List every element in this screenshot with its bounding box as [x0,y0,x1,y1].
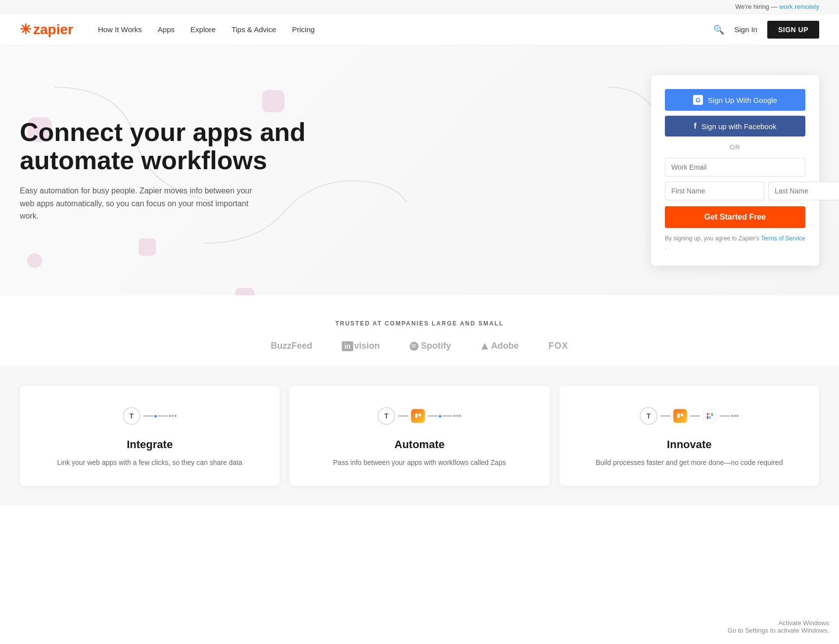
fox-logo: FOX [549,341,568,351]
feature-automate: T ••• Automate Pass info between your ap… [289,386,549,486]
google-signup-button[interactable]: G Sign Up With Google [665,89,805,111]
deco-shape-3 [139,238,156,256]
trigger-icon-1: T [123,407,140,425]
automate-diagram: T ••• [303,404,535,428]
svg-rect-1 [415,414,418,417]
first-name-input[interactable] [665,182,764,200]
features-section: T ••• Integrate Link your web apps with … [0,366,839,506]
nav-tips[interactable]: Tips & Advice [232,25,276,34]
logo-asterisk: ✳ [20,21,31,38]
svg-rect-4 [681,414,683,416]
svg-rect-2 [419,414,421,416]
feature-integrate: T ••• Integrate Link your web apps with … [20,386,280,486]
svg-point-0 [410,342,419,351]
trigger-icon-3: T [640,407,657,425]
feature-title-automate: Automate [303,438,535,451]
terms-link[interactable]: Terms of Service [761,235,805,242]
trigger-icon-2: T [377,407,395,425]
name-row [665,182,805,200]
integrate-diagram: T ••• [34,404,266,428]
nav-apps[interactable]: Apps [158,25,175,34]
innovate-diagram: T ••• [573,404,805,428]
hero-title: Connect your apps and automate workflows [20,118,317,175]
facebook-signup-label: Sign up with Facebook [701,122,777,131]
nav-how-it-works[interactable]: How It Works [98,25,142,34]
feature-desc-integrate: Link your web apps with a few clicks, so… [34,457,266,468]
email-input[interactable] [665,158,805,177]
adobe-logo: Adobe [481,341,519,351]
company-logos: BuzzFeed invision Spotify Adobe FOX [20,341,819,351]
get-started-button[interactable]: Get Started Free [665,206,805,228]
navbar: ✳ zapier How It Works Apps Explore Tips … [0,14,839,46]
trusted-label: TRUSTED AT COMPANIES LARGE AND SMALL [20,320,819,327]
deco-shape-5 [262,90,284,112]
hero-section: Connect your apps and automate workflows… [0,46,839,295]
signup-button[interactable]: SIGN UP [767,21,819,39]
last-name-input[interactable] [768,182,839,200]
trello-icon [411,409,425,423]
nav-pricing[interactable]: Pricing [292,25,315,34]
hiring-link[interactable]: work remotely [779,3,819,10]
hero-content: Connect your apps and automate workflows… [20,118,317,223]
feature-title-integrate: Integrate [34,438,266,451]
feature-desc-automate: Pass info between your apps with workflo… [303,457,535,468]
slack-icon [703,409,717,423]
search-button[interactable]: 🔍 [713,24,724,35]
deco-shape-2 [27,253,42,268]
feature-desc-innovate: Build processes faster and get more done… [573,457,805,468]
svg-rect-9 [709,416,710,419]
invision-logo: invision [342,341,379,351]
hero-subtitle: Easy automation for busy people. Zapier … [20,184,257,223]
signup-card: G Sign Up With Google f Sign up with Fac… [651,75,819,266]
svg-rect-7 [711,413,713,416]
nav-right: 🔍 Sign In SIGN UP [713,21,819,39]
feature-title-innovate: Innovate [573,438,805,451]
svg-rect-5 [707,416,708,419]
svg-rect-8 [709,413,710,414]
facebook-icon: f [694,122,696,131]
hiring-bar: We're hiring — work remotely [0,0,839,14]
signin-link[interactable]: Sign In [734,25,757,34]
nav-explore[interactable]: Explore [190,25,216,34]
facebook-signup-button[interactable]: f Sign up with Facebook [665,116,805,137]
feature-innovate: T ••• [559,386,819,486]
google-icon: G [693,95,703,105]
deco-shape-4 [235,288,255,295]
trello-icon-2 [673,409,687,423]
trusted-section: TRUSTED AT COMPANIES LARGE AND SMALL Buz… [0,295,839,366]
terms-text: By signing up, you agree to Zapier's Ter… [665,234,805,252]
hiring-text: We're hiring — [735,3,779,10]
google-signup-label: Sign Up With Google [708,96,777,104]
spotify-logo: Spotify [410,341,451,351]
svg-rect-6 [707,413,708,415]
svg-rect-3 [677,414,680,417]
logo[interactable]: ✳ zapier [20,21,73,38]
logo-text: zapier [33,22,73,38]
nav-links: How It Works Apps Explore Tips & Advice … [98,25,713,34]
or-divider: OR [665,143,805,151]
buzzfeed-logo: BuzzFeed [271,341,312,351]
